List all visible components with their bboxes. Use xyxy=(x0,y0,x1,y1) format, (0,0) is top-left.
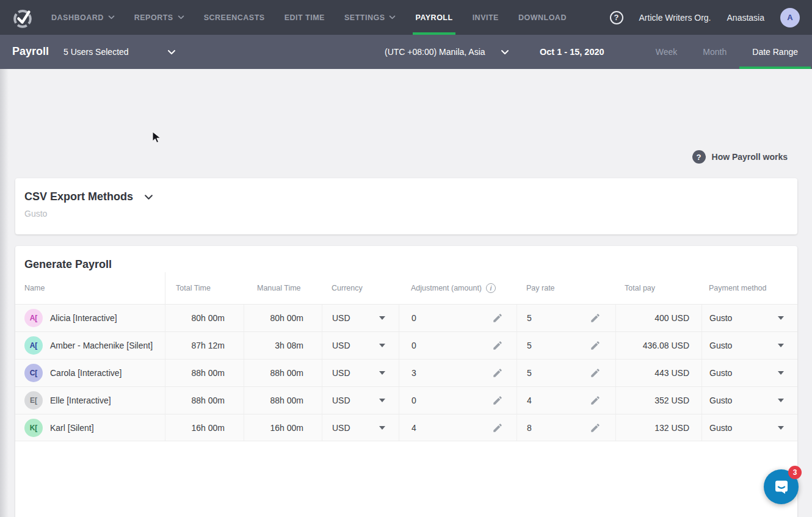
adjustment-cell: 0 xyxy=(399,305,517,331)
nav-payroll[interactable]: PAYROLL xyxy=(405,0,462,35)
tab-week[interactable]: Week xyxy=(643,35,691,69)
edit-icon[interactable] xyxy=(590,395,601,406)
table-row: A[Alicia [Interactive]80h 00m80h 00mUSD0… xyxy=(15,304,797,331)
nav-label: REPORTS xyxy=(134,13,173,22)
main-menu: DASHBOARD REPORTS SCREENCASTS EDIT TIME … xyxy=(42,0,576,35)
edit-icon[interactable] xyxy=(590,422,601,433)
users-selected-label: 5 Users Selected xyxy=(63,47,129,57)
nav-settings[interactable]: SETTINGS xyxy=(335,0,406,35)
chevron-down-icon xyxy=(178,15,184,20)
organization-name[interactable]: Article Writers Org. xyxy=(639,13,711,23)
date-range-value[interactable]: Oct 1 - 15, 2020 xyxy=(540,47,604,57)
nav-download[interactable]: DOWNLOAD xyxy=(509,0,576,35)
nav-label: SCREENCASTS xyxy=(204,13,265,22)
question-icon: ? xyxy=(692,150,706,164)
chevron-down-icon[interactable] xyxy=(144,194,153,200)
adjustment-header-label: Adjustment (amount) xyxy=(411,284,482,292)
nav-label: DASHBOARD xyxy=(51,13,104,22)
pay-rate-cell: 5 xyxy=(517,332,615,359)
pay-rate-cell: 4 xyxy=(517,387,615,414)
page-content: ? How Payroll works CSV Export Methods G… xyxy=(0,69,812,517)
edit-icon[interactable] xyxy=(492,340,503,351)
timezone-dropdown[interactable]: (UTC +08:00) Manila, Asia xyxy=(385,35,509,69)
column-header-total-time: Total Time xyxy=(165,272,244,304)
chevron-down-icon xyxy=(778,399,784,402)
user-avatar[interactable]: A xyxy=(780,8,800,27)
nav-label: EDIT TIME xyxy=(285,13,325,22)
top-navigation-bar: DASHBOARD REPORTS SCREENCASTS EDIT TIME … xyxy=(0,0,812,35)
left-scroll-shadow xyxy=(0,69,9,517)
tab-month[interactable]: Month xyxy=(690,35,739,69)
pay-rate-cell: 8 xyxy=(517,414,615,441)
total-pay-cell: 443 USD xyxy=(615,360,701,386)
tab-date-range[interactable]: Date Range xyxy=(739,35,811,69)
info-icon[interactable]: i xyxy=(486,283,496,293)
currency-value: USD xyxy=(332,313,350,323)
edit-icon[interactable] xyxy=(590,313,601,324)
nav-label: SETTINGS xyxy=(344,13,385,22)
adjustment-cell: 4 xyxy=(399,414,517,441)
how-payroll-works-link[interactable]: ? How Payroll works xyxy=(692,150,788,164)
edit-icon[interactable] xyxy=(590,340,601,351)
chevron-down-icon xyxy=(167,49,176,55)
users-selected-dropdown[interactable]: 5 Users Selected xyxy=(63,35,176,69)
generate-payroll-title: Generate Payroll xyxy=(15,246,797,271)
total-time-cell: 88h 00m xyxy=(165,387,244,414)
nav-reports[interactable]: REPORTS xyxy=(125,0,194,35)
payment-method-select[interactable]: Gusto xyxy=(701,414,797,441)
nav-invite[interactable]: INVITE xyxy=(463,0,509,35)
total-pay-cell: 436.08 USD xyxy=(615,332,701,359)
payment-method-select[interactable]: Gusto xyxy=(701,387,797,414)
nav-edit-time[interactable]: EDIT TIME xyxy=(275,0,335,35)
currency-select[interactable]: USD xyxy=(322,414,399,441)
edit-icon[interactable] xyxy=(492,313,503,324)
user-name: Karl [Silent] xyxy=(50,423,94,433)
avatar: C[ xyxy=(24,364,43,382)
currency-value: USD xyxy=(332,368,350,378)
current-user-name[interactable]: Anastasia xyxy=(727,13,764,23)
payment-method-value: Gusto xyxy=(709,313,732,323)
name-cell: A[Alicia [Interactive] xyxy=(15,305,165,331)
user-name: Alicia [Interactive] xyxy=(50,313,117,323)
help-icon[interactable]: ? xyxy=(610,11,623,24)
pay-rate-value: 5 xyxy=(527,368,532,378)
chevron-down-icon xyxy=(778,426,784,430)
nav-dashboard[interactable]: DASHBOARD xyxy=(42,0,125,35)
payroll-table-body: A[Alicia [Interactive]80h 00m80h 00mUSD0… xyxy=(15,304,797,441)
edit-icon[interactable] xyxy=(492,395,503,406)
table-row: A[Amber - Machenike [Silent]87h 12m3h 08… xyxy=(15,331,797,359)
edit-icon[interactable] xyxy=(590,367,601,378)
app-logo[interactable] xyxy=(0,0,42,35)
pay-rate-value: 8 xyxy=(527,423,532,433)
total-time-cell: 16h 00m xyxy=(165,414,244,441)
currency-select[interactable]: USD xyxy=(322,305,399,331)
avatar: A[ xyxy=(24,309,43,327)
nav-screencasts[interactable]: SCREENCASTS xyxy=(194,0,275,35)
edit-icon[interactable] xyxy=(492,422,503,433)
edit-icon[interactable] xyxy=(492,367,503,378)
pay-rate-cell: 5 xyxy=(517,305,615,331)
total-time-cell: 87h 12m xyxy=(165,332,244,359)
payment-method-select[interactable]: Gusto xyxy=(701,305,797,331)
manual-time-cell: 88h 00m xyxy=(244,387,322,414)
payment-method-select[interactable]: Gusto xyxy=(701,360,797,386)
table-row: C[Carola [Interactive]88h 00m88h 00mUSD3… xyxy=(15,359,797,386)
payment-method-value: Gusto xyxy=(709,423,732,433)
chat-unread-badge: 3 xyxy=(788,466,802,479)
csv-export-methods-title[interactable]: CSV Export Methods xyxy=(24,190,133,203)
payroll-table-header: Name Total Time Manual Time Currency Adj… xyxy=(15,272,797,304)
currency-select[interactable]: USD xyxy=(322,360,399,386)
adjustment-value: 0 xyxy=(411,396,416,405)
csv-export-methods-card: CSV Export Methods Gusto xyxy=(15,178,797,234)
adjustment-value: 4 xyxy=(411,423,416,433)
range-tabs: Week Month Date Range xyxy=(643,35,811,69)
chevron-down-icon xyxy=(379,344,385,347)
name-cell: K[Karl [Silent] xyxy=(15,414,165,441)
column-header-adjustment: Adjustment (amount) i xyxy=(399,272,517,304)
payment-method-select[interactable]: Gusto xyxy=(701,332,797,359)
name-cell: E[Elle [Interactive] xyxy=(15,387,165,414)
currency-select[interactable]: USD xyxy=(322,387,399,414)
currency-select[interactable]: USD xyxy=(322,332,399,359)
column-header-manual-time: Manual Time xyxy=(244,272,322,304)
adjustment-value: 0 xyxy=(411,313,416,323)
